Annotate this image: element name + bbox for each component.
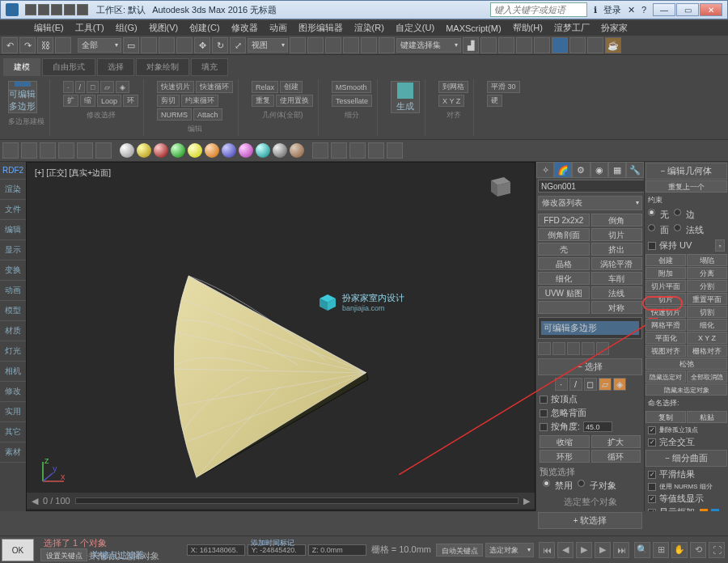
sidebar-utility[interactable]: 实用 — [0, 402, 26, 422]
menu-help[interactable]: 帮助(H) — [508, 20, 548, 36]
editable-poly-mode[interactable]: 可编辑多边形 — [8, 81, 37, 113]
viewalign-button[interactable]: 视图对齐 — [645, 345, 686, 357]
mod-lathe[interactable]: 车削 — [591, 272, 643, 285]
nav-zoom[interactable]: 🔍 — [634, 542, 650, 558]
nav-orbit[interactable]: ⟲ — [690, 542, 706, 558]
stack-unique[interactable] — [567, 342, 580, 355]
help-search-input[interactable] — [490, 2, 587, 17]
rollout-subdiv-header[interactable]: − 细分曲面 — [645, 450, 727, 467]
viewport-label[interactable]: [+] [正交] [真实+边面] — [35, 167, 111, 179]
ring-button[interactable]: 环形 — [540, 450, 590, 463]
chk-fullinter[interactable]: ✓ — [648, 438, 656, 447]
tab-freeform[interactable]: 自由形式 — [42, 58, 95, 76]
mat-tool[interactable] — [312, 142, 328, 159]
mod-slice[interactable]: 切片 — [591, 228, 643, 241]
mod-shell[interactable]: 壳 — [538, 243, 590, 256]
menu-customize[interactable]: 自定义(U) — [391, 20, 439, 36]
sel-filter-dropdown[interactable]: 全部 — [78, 38, 121, 53]
mat-tool[interactable] — [40, 142, 56, 159]
cmdtab-motion[interactable]: ◉ — [590, 162, 608, 178]
mod-turbo[interactable]: 涡轮平滑 — [591, 257, 643, 270]
help-icon[interactable]: ? — [641, 5, 646, 15]
mod-sym[interactable]: 对称 — [591, 301, 643, 314]
mat-sphere[interactable] — [290, 143, 304, 158]
relax-btn[interactable]: Relax — [252, 81, 278, 93]
modifier-list-dropdown[interactable]: 修改器列表 — [538, 196, 642, 210]
use-disp-btn[interactable]: 使用置换 — [276, 95, 313, 107]
slice-button[interactable]: 切片 — [645, 293, 686, 305]
mat-sphere[interactable] — [205, 143, 219, 158]
prev-frame[interactable]: ◀ — [557, 542, 574, 558]
sidebar-render[interactable]: 渲染 — [0, 180, 26, 200]
sidebar-display[interactable]: 显示 — [0, 240, 26, 260]
repeat-last-button[interactable]: 重复上一个 — [645, 180, 727, 193]
mod-uvw[interactable]: UVW 贴图 — [538, 286, 590, 299]
chk-cage[interactable]: ✓ — [648, 509, 656, 512]
link-button[interactable]: ⛓ — [37, 37, 53, 53]
menu-maxscript[interactable]: MAXScript(M) — [441, 22, 506, 35]
maximize-button[interactable]: ▭ — [676, 3, 699, 16]
stack-show[interactable] — [552, 342, 565, 355]
mat-tool[interactable] — [58, 142, 74, 159]
minimize-button[interactable]: — — [653, 3, 675, 16]
object-name-input[interactable] — [538, 180, 647, 193]
cmdtab-modify[interactable]: 🌈 — [554, 162, 572, 178]
menu-group[interactable]: 组(G) — [111, 20, 142, 36]
material-editor-button[interactable] — [552, 37, 568, 53]
scale-button[interactable]: ⤢ — [230, 37, 246, 53]
mod-normal[interactable]: 法线 — [591, 286, 643, 299]
shrink-btn[interactable]: 缩 — [80, 95, 95, 107]
detach-button[interactable]: 分离 — [687, 267, 727, 279]
subobj-vertex[interactable]: · — [63, 81, 74, 93]
next-frame[interactable]: ▶ — [595, 542, 611, 558]
chk-byangle[interactable] — [540, 423, 548, 431]
mod-bevel[interactable]: 倒角 — [591, 214, 643, 226]
pct-snap-button[interactable] — [361, 37, 377, 53]
menu-graph[interactable]: 图形编辑器 — [294, 20, 348, 36]
mat-sphere[interactable] — [239, 143, 253, 158]
exchange-icon[interactable]: ✕ — [628, 5, 635, 15]
tomesh-btn[interactable]: 到网格 — [438, 81, 468, 93]
mat-sphere[interactable] — [154, 143, 168, 158]
qat-btn[interactable] — [38, 4, 49, 15]
swiftloop-btn[interactable]: 快速切片 — [157, 81, 194, 93]
preserve-uv-settings[interactable]: ▫ — [715, 239, 725, 252]
stack-pin[interactable] — [538, 342, 551, 355]
mat-sphere[interactable] — [256, 143, 270, 158]
msmooth-btn[interactable]: MSmooth — [332, 81, 371, 93]
undo-button[interactable]: ↶ — [2, 37, 18, 53]
pivot-button[interactable] — [290, 37, 306, 53]
split-button[interactable]: 分割 — [687, 280, 727, 292]
addtime-link[interactable]: 添加时间标记 — [251, 538, 294, 548]
tab-selection[interactable]: 选择 — [97, 58, 134, 76]
layer-button[interactable] — [498, 37, 514, 53]
relax-button[interactable]: 松弛 — [645, 358, 727, 370]
grow-button[interactable]: 扩大 — [591, 435, 641, 448]
login-button[interactable]: 登录 — [603, 4, 621, 16]
mat-tool[interactable] — [331, 142, 347, 159]
tab-populate[interactable]: 填充 — [191, 58, 228, 76]
repeat-btn[interactable]: 重复 — [252, 95, 274, 107]
radio-edge[interactable] — [674, 209, 681, 216]
mat-sphere[interactable] — [188, 143, 202, 158]
cmdtab-create[interactable]: ✧ — [536, 162, 554, 178]
cmdtab-hierarchy[interactable]: ⚙ — [572, 162, 590, 178]
keymode-dropdown[interactable]: 选定对象 — [485, 543, 534, 557]
chk-ignoreback[interactable] — [540, 409, 548, 417]
cut-btn[interactable]: 剪切 — [157, 95, 180, 107]
mod-ffd[interactable]: FFD 2x2x2 — [538, 214, 590, 226]
mirror-button[interactable]: ▟ — [463, 37, 479, 53]
sidebar-transform[interactable]: 变换 — [0, 260, 26, 281]
viewcube-icon[interactable] — [483, 171, 515, 203]
radio-normal[interactable] — [674, 224, 681, 231]
radio-none[interactable] — [648, 209, 655, 216]
xyz-btn[interactable]: X Y Z — [438, 95, 464, 107]
infocenter-icon[interactable]: ℹ — [594, 5, 597, 15]
makeplanar-button[interactable]: 平面化 — [645, 332, 686, 344]
menu-edit[interactable]: 编辑(E) — [29, 20, 69, 36]
copy-button[interactable]: 复制 — [645, 411, 686, 423]
goto-start[interactable]: ⏮ — [539, 542, 555, 558]
mat-tool[interactable] — [2, 142, 19, 159]
stack-editable-poly[interactable]: 可编辑多边形 — [541, 321, 639, 335]
smooth30-btn[interactable]: 平滑 30 — [487, 81, 520, 93]
